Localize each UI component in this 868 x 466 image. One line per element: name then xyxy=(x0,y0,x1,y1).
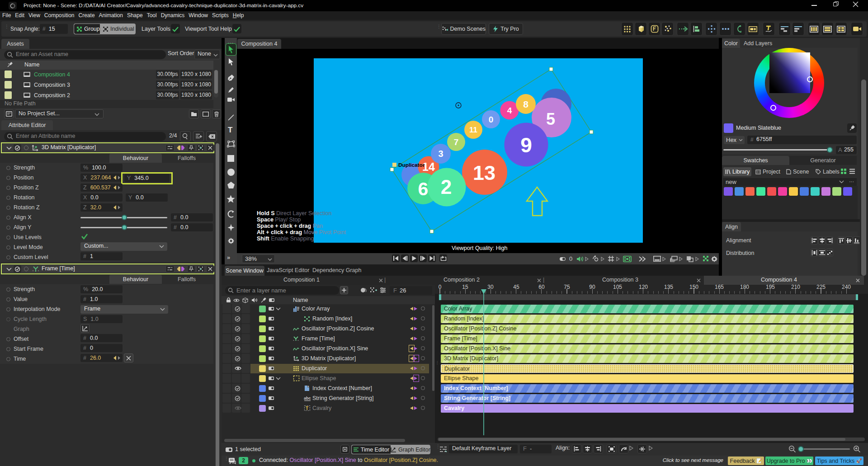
svg-text:7: 7 xyxy=(454,137,459,147)
svg-text:2: 2 xyxy=(441,176,452,198)
svg-text:11: 11 xyxy=(469,126,477,134)
svg-text:Duplicator: Duplicator xyxy=(398,162,425,168)
svg-text:abc: abc xyxy=(304,396,311,400)
svg-text:0: 0 xyxy=(489,115,494,124)
svg-text:13: 13 xyxy=(473,161,495,184)
svg-text:3: 3 xyxy=(438,149,443,159)
svg-text:T: T xyxy=(306,406,308,411)
svg-text:4: 4 xyxy=(507,106,512,115)
svg-text:6: 6 xyxy=(418,179,429,199)
svg-text:9: 9 xyxy=(520,133,532,157)
svg-text:8: 8 xyxy=(523,99,528,109)
svg-text:5: 5 xyxy=(546,110,555,128)
